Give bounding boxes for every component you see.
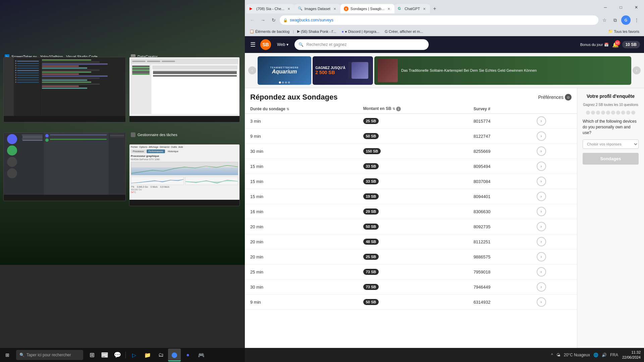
survey-action-8: › (531, 234, 577, 249)
chat-button[interactable]: 💬 (111, 349, 123, 361)
vscode-thumbnail[interactable] (3, 57, 126, 122)
new-tab-button[interactable]: + (430, 4, 439, 13)
datacreator-thumbnail[interactable] (129, 57, 240, 122)
survey-action-3: › (531, 159, 577, 174)
network-icon[interactable]: 🌐 (593, 352, 599, 358)
survey-go-btn-9[interactable]: › (537, 252, 546, 261)
bookmark-shaka[interactable]: ▶ (56) Shaka Ponk - l'... (295, 28, 338, 34)
tab-chatgpt-close[interactable]: ✕ (422, 6, 427, 11)
taskbar-clock[interactable]: 11:32 22/06/2024 (620, 350, 643, 360)
banner-aquarium[interactable]: TEAMWETTBEWERB Aquarium (258, 56, 311, 85)
survey-go-btn-3[interactable]: › (537, 162, 546, 171)
survey-row-7[interactable]: 20 min 50 SB 8092735 › (245, 219, 577, 234)
surveys-title: Répondez aux Sondages (250, 93, 337, 102)
sb-menu-button[interactable]: ☰ (249, 40, 257, 50)
maximize-button[interactable]: □ (613, 1, 629, 13)
taskbar-right: ^ 🌤 20°C Nuageux 🌐 🔊 FRA 11:32 22/06/202… (550, 350, 643, 360)
survey-row-0[interactable]: 3 min 25 SB 8015774 › (245, 114, 577, 129)
taskmanager-window-label[interactable]: Gestionnaire des tâches (131, 132, 177, 137)
survey-row-6[interactable]: 16 min 29 SB 8306630 › (245, 204, 577, 219)
profile-button[interactable]: G (621, 15, 631, 25)
start-button[interactable]: ⊞ (1, 349, 13, 361)
survey-submit-button[interactable]: Sondages (583, 153, 639, 165)
bonus-label[interactable]: Bonus du jour 📅 (580, 43, 609, 47)
taskview-button[interactable]: ⊞ (86, 349, 98, 361)
survey-go-btn-1[interactable]: › (537, 131, 546, 141)
survey-row-2[interactable]: 30 min 150 SB 8255669 › (245, 144, 577, 159)
preferences-button[interactable]: Préférences ⊙ (538, 94, 572, 101)
survey-go-btn-12[interactable]: › (537, 297, 546, 307)
forward-button[interactable]: → (258, 15, 268, 25)
survey-go-btn-7[interactable]: › (537, 222, 546, 231)
discord-thumbnail[interactable] (3, 132, 126, 201)
browser-window: ▶ (708) Sia - Che... ✕ 🔍 Images Dataset … (245, 0, 644, 362)
bookmark-all[interactable]: 📁 Tous les favoris (606, 28, 641, 34)
bookmark-button[interactable]: ☆ (600, 15, 609, 25)
survey-row-3[interactable]: 15 min 33 SB 8095494 › (245, 159, 577, 174)
tab-youtube[interactable]: ▶ (708) Sia - Che... ✕ (246, 4, 294, 13)
notification-button[interactable]: 🔔 12 (612, 42, 619, 48)
sb-logo[interactable]: SB (260, 39, 271, 50)
amount-sort-icon[interactable]: ⇅ (392, 107, 395, 111)
reload-button[interactable]: ↻ (269, 15, 278, 25)
survey-row-8[interactable]: 20 min 48 SB 8112251 › (245, 234, 577, 249)
survey-go-btn-5[interactable]: › (537, 192, 546, 201)
system-tray-arrow[interactable]: ^ (550, 352, 554, 358)
taskmanager-thumbnail[interactable]: FichierOptionsAffichageDémarrerOutilsAid… (129, 144, 240, 206)
banner-solitaire[interactable]: Das Traditionelle Solitaire-Kartenspiel … (374, 56, 631, 85)
survey-go-btn-10[interactable]: › (537, 267, 546, 277)
survey-go-btn-0[interactable]: › (537, 116, 546, 126)
clock-time: 11:32 (622, 350, 641, 355)
vscode-taskbar-btn[interactable]: ▷ (128, 349, 141, 361)
survey-id-12: 6314932 (468, 295, 531, 310)
explorer-taskbar-btn[interactable]: 📁 (141, 349, 154, 361)
menu-button[interactable]: ⋮ (632, 15, 641, 25)
survey-row-12[interactable]: 9 min 50 SB 6314932 › (245, 295, 577, 310)
steam-taskbar-btn[interactable]: 🎮 (195, 349, 208, 361)
banner-gagner[interactable]: GAGNEZ JUSQU'À 2 500 SB (313, 56, 373, 85)
bookmark-discord[interactable]: ● ● Discord | #progra... (339, 29, 381, 34)
amount-info-icon[interactable]: i (396, 107, 401, 111)
survey-go-btn-6[interactable]: › (537, 207, 546, 216)
close-button[interactable]: ✕ (629, 1, 644, 13)
widgets-button[interactable]: 📰 (99, 349, 111, 361)
taskbar-search[interactable]: 🔍 Taper ici pour rechercher (16, 350, 83, 360)
progress-dot-8 (621, 111, 625, 115)
bookmark-all-label: Tous les favoris (614, 29, 639, 34)
discord-taskbar-btn[interactable]: ● (181, 349, 194, 361)
survey-duration-8: 20 min (245, 234, 358, 249)
bookmark-google[interactable]: G Créer, afficher et m... (383, 29, 425, 34)
sb-nav-web[interactable]: Web ▾ (274, 41, 291, 48)
minimize-button[interactable]: ─ (598, 1, 613, 13)
survey-row-4[interactable]: 15 min 33 SB 8037084 › (245, 174, 577, 189)
volume-icon[interactable]: 🔊 (601, 352, 607, 358)
survey-row-9[interactable]: 20 min 25 SB 9886575 › (245, 249, 577, 264)
profile-select[interactable]: Choisir vos réponses (583, 139, 639, 149)
unknown-taskbar-btn[interactable]: 🗂 (155, 349, 167, 361)
survey-go-btn-11[interactable]: › (537, 282, 546, 292)
chrome-taskbar-btn[interactable]: ⬤ (168, 349, 181, 361)
survey-row-1[interactable]: 9 min 50 SB 8122747 › (245, 129, 577, 144)
survey-go-btn-2[interactable]: › (537, 146, 546, 156)
banner-prev-button[interactable]: ‹ (248, 66, 256, 74)
tab-youtube-close[interactable]: ✕ (286, 6, 291, 11)
survey-row-10[interactable]: 25 min 73 SB 7959018 › (245, 264, 577, 280)
url-display: swagbucks.com/surveys (290, 18, 595, 22)
tab-swagbucks[interactable]: S Sondages | Swagb... ✕ (340, 4, 394, 13)
extension-button[interactable]: ⧉ (610, 15, 620, 25)
survey-row-5[interactable]: 15 min 19 SB 8094401 › (245, 189, 577, 204)
duration-sort-icon[interactable]: ⇅ (286, 107, 289, 111)
survey-row-11[interactable]: 30 min 73 SB 7946449 › (245, 280, 577, 295)
survey-go-btn-4[interactable]: › (537, 177, 546, 186)
bookmark-backlog[interactable]: 📋 Éléments de backlog (248, 28, 291, 34)
tab-images-close[interactable]: ✕ (332, 6, 337, 11)
search-button[interactable]: 🔍 Taper ici pour rechercher (14, 349, 85, 361)
tab-swagbucks-close[interactable]: ✕ (386, 6, 391, 11)
sb-search-input[interactable]: 🔍 Recherchez et gagnez (294, 39, 429, 50)
tab-chatgpt[interactable]: G ChatGPT ✕ (394, 4, 430, 13)
back-button[interactable]: ← (248, 15, 257, 25)
survey-go-btn-8[interactable]: › (537, 237, 546, 246)
address-bar[interactable]: 🔒 swagbucks.com/surveys (280, 15, 598, 25)
tab-images[interactable]: 🔍 Images Dataset ✕ (294, 4, 340, 13)
banner-next-button[interactable]: › (633, 66, 641, 74)
